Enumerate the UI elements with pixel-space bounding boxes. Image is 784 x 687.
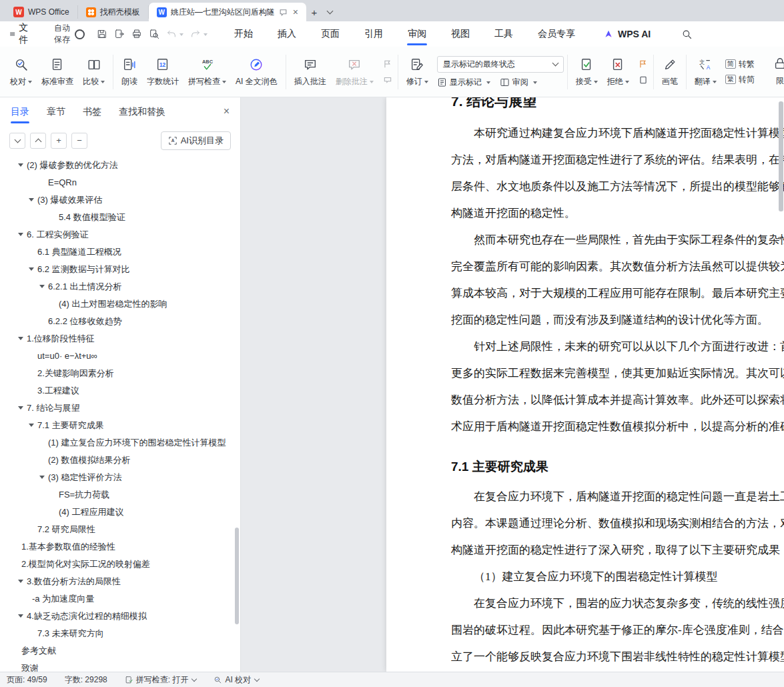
toc-item[interactable]: (4) 工程应用建议 xyxy=(0,504,240,521)
toc-item[interactable]: ut=u0· e−λt+u∞ xyxy=(0,348,240,365)
spell-check-button[interactable]: ABC 拼写检查 xyxy=(183,51,231,93)
toc-item[interactable]: 5.4 数值模型验证 xyxy=(0,209,240,226)
collapse-all-button[interactable] xyxy=(9,133,25,149)
reject-revision-button[interactable]: 拒绝 xyxy=(603,51,634,93)
document-line[interactable]: 挖面的稳定性问题，而没有涉及到隧道结构的设计优化等方面。 xyxy=(451,307,784,333)
toc-item[interactable]: 3.工程建议 xyxy=(0,382,240,400)
track-changes-button[interactable]: 修订 xyxy=(402,51,433,93)
spellcheck-indicator[interactable]: 拼写检查: 打开 xyxy=(125,674,197,686)
document-line[interactable]: 然而本研究也存在一些局限性，首先由于实际工程条件的复杂性，本 xyxy=(451,227,784,253)
collapse-arrow-icon[interactable] xyxy=(29,267,34,273)
document-line[interactable]: 构隧道开挖面的稳定性。 xyxy=(451,200,784,227)
document-line[interactable]: 数值分析方法，以降低计算成本并提高计算效率。此外还可以探索将人工 xyxy=(451,387,784,414)
tab-docer-templates[interactable]: 找稻壳模板 xyxy=(78,5,149,19)
document-line[interactable]: 更多的实际工程数据来完善模型，使其更加贴近实际情况。其次可以考虑 xyxy=(451,360,784,387)
tab-wps-office[interactable]: W WPS Office xyxy=(5,5,78,19)
collapse-arrow-icon[interactable] xyxy=(18,406,23,412)
document-line[interactable]: 算成本较高，对于大规模的工程应用可能存在限制。最后本研究主要关注 xyxy=(451,280,784,307)
previous-comment-button[interactable] xyxy=(381,59,394,69)
toc-item[interactable]: 致谢 xyxy=(0,660,240,672)
toc-item[interactable]: -a 为加速度向量 xyxy=(0,590,240,608)
document-line[interactable]: 7.1 主要研究成果 xyxy=(451,454,784,480)
toc-item[interactable]: 6.1 典型隧道工程概况 xyxy=(0,243,240,261)
document-line[interactable]: 方法，对盾构隧道开挖面稳定性进行了系统的评估。结果表明，在考虑了 xyxy=(451,147,784,173)
collapse-arrow-icon[interactable] xyxy=(18,337,23,343)
export-pdf-button[interactable] xyxy=(114,29,125,39)
toc-item[interactable]: 2.模型简化对实际工况的映射偏差 xyxy=(0,556,240,573)
ribbon-tab[interactable]: 会员专享 xyxy=(538,21,575,47)
compare-button[interactable]: 比较 xyxy=(78,51,109,93)
toc-item[interactable]: (1) 建立复合应力环境下的围岩稳定性计算模型 xyxy=(0,434,240,452)
ribbon-tab[interactable]: 工具 xyxy=(494,21,513,47)
to-simplified-button[interactable]: 繁 转简 xyxy=(725,74,755,85)
toc-item[interactable]: 参考文献 xyxy=(0,642,240,660)
ai-proofread-indicator[interactable]: AI 校对 xyxy=(214,674,259,686)
pane-tab[interactable]: 目录 xyxy=(11,97,29,126)
redo-button[interactable] xyxy=(190,29,208,39)
toc-item[interactable]: (2) 数值模拟结果分析 xyxy=(0,452,240,469)
document-line[interactable]: 立了一个能够反映复合应力环境下围岩非线性特性的稳定性计算模型。该 xyxy=(451,644,784,670)
insert-comment-button[interactable]: 插入批注 xyxy=(290,51,331,93)
markup-state-combobox[interactable]: 显示标记的最终状态 xyxy=(437,56,564,73)
tab-bubble-icon[interactable] xyxy=(279,8,288,17)
search-button[interactable] xyxy=(681,29,693,40)
ribbon-tab[interactable]: 视图 xyxy=(451,21,470,47)
document-line[interactable]: 针对上述局限性，未来的研究可以从以下几个方面进行改进：首先， xyxy=(451,333,784,360)
ribbon-tab[interactable]: 引用 xyxy=(364,21,383,47)
document-line[interactable]: 内容。本课题通过理论分析、数值模拟和现场实测相结合的方法，对复合 xyxy=(451,510,784,537)
toc-item[interactable]: (3) 稳定性评价方法 xyxy=(0,469,240,486)
document-line[interactable]: （1）建立复合应力环境下的围岩稳定性计算模型 xyxy=(451,564,784,590)
redo-dropdown-caret-icon[interactable] xyxy=(204,33,208,38)
next-comment-button[interactable] xyxy=(381,75,394,85)
autosave-toggle[interactable] xyxy=(75,29,85,39)
pane-tab[interactable]: 查找和替换 xyxy=(119,97,165,126)
standard-review-button[interactable]: 标准审查 xyxy=(37,51,78,93)
tab-list-chevron-icon[interactable] xyxy=(322,4,338,20)
brush-button[interactable]: 画笔 xyxy=(657,51,683,93)
file-menu-button[interactable]: 文件 xyxy=(9,22,31,46)
expand-all-button[interactable] xyxy=(30,133,46,149)
toc-item[interactable]: 4.缺乏动态演化过程的精细模拟 xyxy=(0,608,240,625)
toc-item[interactable]: 3.数值分析方法的局限性 xyxy=(0,573,240,590)
tab-close-icon[interactable]: × xyxy=(293,7,298,17)
document-line[interactable]: 构隧道开挖面的稳定性进行了深入研究，取得了以下主要研究成果： xyxy=(451,537,784,564)
pane-tab[interactable]: 书签 xyxy=(83,97,101,126)
pane-close-icon[interactable]: × xyxy=(224,105,230,117)
toc-item[interactable]: FS=抗力荷载 xyxy=(0,486,240,504)
save-button[interactable] xyxy=(97,29,107,39)
toc-item[interactable]: 1.基本参数取值的经验性 xyxy=(0,538,240,556)
toc-scrollbar-thumb[interactable] xyxy=(235,528,239,624)
translate-button[interactable]: 文A 翻译 xyxy=(690,51,721,93)
collapse-arrow-icon[interactable] xyxy=(18,580,23,586)
collapse-arrow-icon[interactable] xyxy=(18,163,23,169)
word-count-button[interactable]: 12 字数统计 xyxy=(142,51,183,93)
toc-item[interactable]: 6.2.1 出土情况分析 xyxy=(0,278,240,295)
document-page[interactable]: 7. 结论与展望本研究通过构建复合应力环境下盾构隧道开挖面稳定性计算模型，并方法… xyxy=(386,97,784,672)
document-line[interactable]: 完全覆盖所有可能的影响因素。其次数值分析方法虽然可以提供较为精 xyxy=(451,253,784,280)
accept-revision-button[interactable]: 接受 xyxy=(571,51,603,93)
document-line[interactable]: 层条件、水文地质条件以及施工方法等情况下，所提出的模型能够有效地 xyxy=(451,173,784,200)
read-aloud-button[interactable]: 朗读 xyxy=(117,51,142,93)
tab-document[interactable]: W 姚庄站—七里沟站区间盾构隧 × xyxy=(149,3,306,21)
toc-item[interactable]: 7. 结论与展望 xyxy=(0,400,240,417)
document-line[interactable]: 7. 结论与展望 xyxy=(451,97,784,115)
print-preview-button[interactable] xyxy=(149,29,159,39)
toc-item[interactable]: (3) 爆破效果评估 xyxy=(0,191,240,209)
ai-polish-button[interactable]: AI 全文润色 xyxy=(231,51,282,93)
pane-tab[interactable]: 章节 xyxy=(47,97,65,126)
wps-ai-button[interactable]: WPS AI xyxy=(603,29,651,39)
toc-item[interactable]: 1.位移阶段性特征 xyxy=(0,330,240,348)
toc-item[interactable]: 6. 工程实例验证 xyxy=(0,226,240,243)
document-line[interactable]: 围岩的破坏过程。因此本研究基于修正的摩尔-库仑强度准则，结合应力 xyxy=(451,617,784,644)
zoom-in-outline-button[interactable]: + xyxy=(51,133,67,149)
to-traditional-button[interactable]: 简 转繁 xyxy=(725,59,755,70)
document-line[interactable]: 术应用于盾构隧道开挖面稳定性数值模拟分析中，以提高分析的准确性和 xyxy=(451,414,784,440)
collapse-arrow-icon[interactable] xyxy=(29,424,34,430)
ribbon-tab[interactable]: 插入 xyxy=(278,21,296,47)
toc-item[interactable]: 7.3 未来研究方向 xyxy=(0,625,240,642)
document-scrollbar-thumb[interactable] xyxy=(779,101,783,211)
toc-item[interactable]: 7.2 研究局限性 xyxy=(0,521,240,538)
undo-button[interactable] xyxy=(166,29,183,39)
collapse-arrow-icon[interactable] xyxy=(39,476,45,482)
show-markup-button[interactable]: 显示标记 xyxy=(437,77,490,88)
